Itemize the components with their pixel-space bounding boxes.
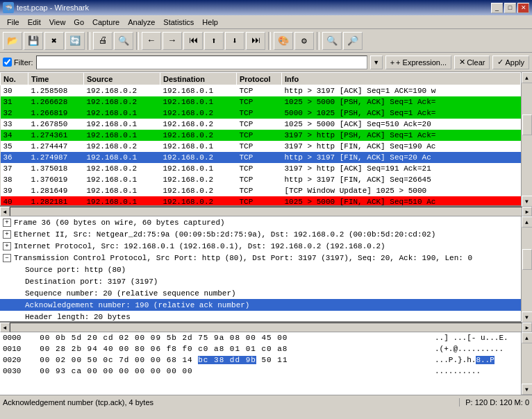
hex-scroll-up[interactable]: ▲ bbox=[522, 332, 533, 343]
table-row[interactable]: 381.376019192.168.0.1192.168.0.2TCPhttp … bbox=[1, 174, 521, 185]
zoom-out-button[interactable]: 🔎 bbox=[343, 32, 363, 50]
hex-offset: 0000 bbox=[3, 334, 31, 342]
h-scroll-left-btn[interactable]: ◄ bbox=[0, 207, 10, 216]
table-row[interactable]: 331.267850192.168.0.1192.168.0.2TCP1025 … bbox=[1, 119, 521, 130]
col-header-destination[interactable]: Destination bbox=[160, 73, 237, 85]
open-button[interactable]: 📂 bbox=[3, 32, 22, 50]
table-row[interactable]: 301.258508192.168.0.2192.168.0.1TCPhttp … bbox=[1, 85, 521, 96]
h-scroll-track[interactable] bbox=[10, 207, 522, 216]
menu-go[interactable]: Go bbox=[69, 17, 88, 28]
status-bar: Acknowledgement number (tcp.ack), 4 byte… bbox=[0, 395, 532, 409]
hex-row: 0020 00 02 00 50 0c 7d 00 00 68 14 bc 38… bbox=[0, 354, 521, 366]
detail-row[interactable]: Sequence number: 20 (relative sequence n… bbox=[0, 287, 521, 299]
detail-scroll-thumb[interactable] bbox=[522, 249, 532, 270]
filter-input[interactable] bbox=[36, 55, 367, 69]
coloring-button[interactable]: 🎨 bbox=[274, 32, 293, 50]
col-header-no[interactable]: No. bbox=[1, 73, 28, 85]
menu-capture[interactable]: Capture bbox=[88, 17, 124, 28]
hex-scrollbar[interactable]: ▲ ▼ bbox=[521, 332, 532, 395]
hex-ascii: .(+.@.......... bbox=[435, 345, 518, 353]
close-file-button[interactable]: ✖ bbox=[44, 32, 64, 50]
detail-panel: +Frame 36 (60 bytes on wire, 60 bytes ca… bbox=[0, 216, 521, 321]
scroll-thumb[interactable] bbox=[522, 114, 532, 135]
packet-list-h-scrollbar[interactable]: ◄ ► bbox=[0, 207, 532, 216]
go-next-button[interactable]: ⬇ bbox=[225, 32, 244, 50]
detail-h-scrollbar[interactable]: ◄ ► bbox=[0, 323, 532, 332]
col-header-info[interactable]: Info bbox=[282, 73, 521, 85]
hex-row: 0010 00 28 2b 94 40 00 80 06 f8 f0 c0 a8… bbox=[0, 343, 521, 354]
prefs-button[interactable]: ⚙ bbox=[294, 32, 314, 50]
expression-plus-icon: + bbox=[390, 58, 394, 67]
table-row[interactable]: 371.375018192.168.0.2192.168.0.1TCP3197 … bbox=[1, 163, 521, 174]
expand-icon[interactable]: + bbox=[3, 219, 11, 227]
detail-h-scroll-left[interactable]: ◄ bbox=[0, 323, 10, 332]
detail-row[interactable]: Header length: 20 bytes bbox=[0, 311, 521, 321]
table-row[interactable]: 311.266628192.168.0.2192.168.0.1TCP1025 … bbox=[1, 96, 521, 108]
col-header-protocol[interactable]: Protocol bbox=[237, 73, 282, 85]
table-row[interactable]: 321.266819192.168.0.1192.168.0.2TCP5000 … bbox=[1, 108, 521, 119]
go-first-button[interactable]: ⏮ bbox=[183, 32, 203, 50]
go-prev-button[interactable]: ⬆ bbox=[204, 32, 224, 50]
zoom-in-button[interactable]: 🔍 bbox=[322, 32, 342, 50]
collapse-icon[interactable]: − bbox=[3, 254, 11, 262]
reload-button[interactable]: 🔄 bbox=[65, 32, 85, 50]
detail-row[interactable]: +Internet Protocol, Src: 192.168.0.1 (19… bbox=[0, 240, 521, 252]
hex-bytes: 00 28 2b 94 40 00 80 06 f8 f0 c0 a8 01 0… bbox=[40, 345, 435, 353]
detail-scrollbar[interactable]: ▲ ▼ bbox=[521, 216, 532, 323]
detail-row-text: Internet Protocol, Src: 192.168.0.1 (192… bbox=[14, 242, 385, 250]
detail-row[interactable]: Source port: http (80) bbox=[0, 264, 521, 275]
packet-table: No. Time Source Destination Protocol Inf… bbox=[0, 72, 521, 205]
col-header-time[interactable]: Time bbox=[28, 73, 84, 85]
menu-statistics[interactable]: Statistics bbox=[159, 17, 198, 28]
table-row[interactable]: 351.274447192.168.0.2192.168.0.1TCP3197 … bbox=[1, 141, 521, 152]
table-row[interactable]: 341.274361192.168.0.1192.168.0.2TCP3197 … bbox=[1, 130, 521, 141]
toolbar: 📂 💾 ✖ 🔄 🖨 🔍 ← → ⏮ ⬆ ⬇ ⏭ 🎨 ⚙ 🔍 🔎 bbox=[0, 29, 532, 53]
menu-help[interactable]: Help bbox=[198, 17, 222, 28]
col-header-source[interactable]: Source bbox=[84, 73, 160, 85]
print-button[interactable]: 🖨 bbox=[93, 32, 113, 50]
detail-row[interactable]: Acknowledgement number: 190 (relative ac… bbox=[0, 299, 521, 311]
menu-analyze[interactable]: Analyze bbox=[124, 17, 159, 28]
hex-scroll-down[interactable]: ▼ bbox=[522, 384, 533, 395]
menu-file[interactable]: File bbox=[3, 17, 24, 28]
filter-bar: Filter: ▼ + + Expression... ✕ Clear ✓ Ap… bbox=[0, 53, 532, 72]
table-row[interactable]: 401.282181192.168.0.1192.168.0.2TCP1025 … bbox=[1, 196, 521, 206]
go-back-button[interactable]: ← bbox=[142, 32, 161, 50]
scroll-up-button[interactable]: ▲ bbox=[522, 72, 533, 83]
detail-scroll-up[interactable]: ▲ bbox=[522, 216, 533, 228]
go-forward-button[interactable]: → bbox=[163, 32, 182, 50]
detail-row[interactable]: −Transmission Control Protocol, Src Port… bbox=[0, 252, 521, 264]
find-button[interactable]: 🔍 bbox=[114, 32, 133, 50]
detail-scroll-down[interactable]: ▼ bbox=[522, 311, 533, 323]
save-button[interactable]: 💾 bbox=[24, 32, 43, 50]
table-row[interactable]: 361.274987192.168.0.1192.168.0.2TCPhttp … bbox=[1, 152, 521, 163]
detail-h-scroll-right[interactable]: ► bbox=[522, 323, 532, 332]
detail-row[interactable]: Destination port: 3197 (3197) bbox=[0, 275, 521, 287]
apply-label: Apply bbox=[505, 58, 524, 67]
menu-edit[interactable]: Edit bbox=[24, 17, 45, 28]
packet-list-scrollbar[interactable]: ▲ ▼ bbox=[521, 72, 532, 207]
menu-bar: File Edit View Go Capture Analyze Statis… bbox=[0, 15, 532, 29]
menu-view[interactable]: View bbox=[45, 17, 70, 28]
detail-h-track[interactable] bbox=[10, 323, 522, 332]
maximize-button[interactable]: □ bbox=[504, 3, 516, 13]
expression-button[interactable]: + + Expression... bbox=[385, 55, 452, 69]
detail-row[interactable]: +Frame 36 (60 bytes on wire, 60 bytes ca… bbox=[0, 216, 521, 228]
apply-button[interactable]: ✓ Apply bbox=[492, 55, 529, 69]
minimize-button[interactable]: _ bbox=[491, 3, 503, 13]
filter-checkbox[interactable] bbox=[3, 58, 12, 67]
expand-icon[interactable]: + bbox=[3, 242, 11, 250]
table-row[interactable]: 391.281649192.168.0.1192.168.0.2TCP[TCP … bbox=[1, 185, 521, 196]
close-button[interactable]: ✕ bbox=[517, 3, 529, 13]
h-scroll-right-btn[interactable]: ► bbox=[522, 207, 532, 216]
expand-icon[interactable]: + bbox=[3, 230, 11, 239]
clear-button[interactable]: ✕ Clear bbox=[454, 55, 490, 69]
toolbar-separator-3 bbox=[268, 32, 271, 50]
filter-dropdown-button[interactable]: ▼ bbox=[370, 55, 383, 69]
apply-icon: ✓ bbox=[497, 58, 504, 67]
scroll-down-button[interactable]: ▼ bbox=[522, 196, 533, 207]
clear-icon: ✕ bbox=[459, 58, 465, 67]
go-last-button[interactable]: ⏭ bbox=[246, 32, 265, 50]
detail-row[interactable]: +Ethernet II, Src: Netgear_2d:75:9a (00:… bbox=[0, 228, 521, 240]
hex-ascii: ...P.}.h.8..P bbox=[435, 356, 518, 364]
